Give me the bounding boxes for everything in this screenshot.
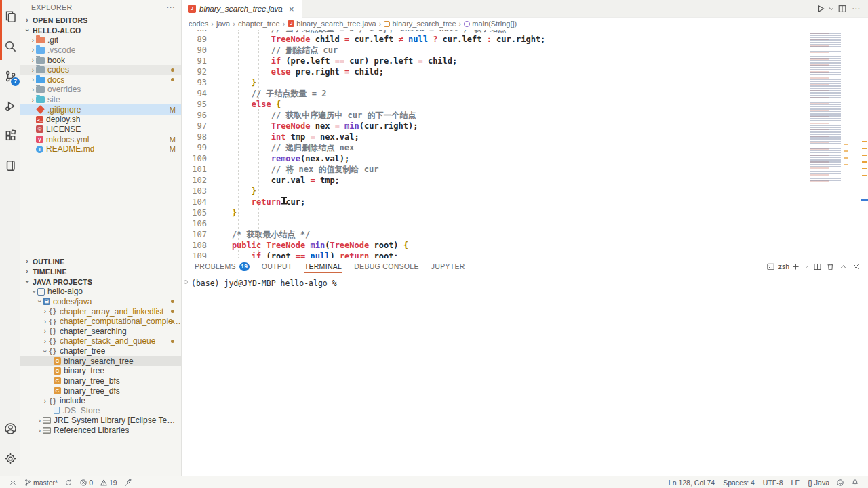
explorer-item[interactable]: ›.vscode [20,45,181,56]
section-java-projects[interactable]: › JAVA PROJECTS [20,277,181,287]
line-number[interactable]: 94 [182,88,207,99]
panel-tab-debug-console[interactable]: DEBUG CONSOLE [348,258,425,274]
shell-label[interactable]: zsh [778,262,789,270]
code-line[interactable]: 105} [182,207,868,218]
explorer-item[interactable]: >_deploy.sh [20,115,181,125]
minimap[interactable] [806,30,849,186]
java-project-item[interactable]: ›JRE System Library [Eclipse Temurin 17 … [20,415,181,426]
terminal-dropdown-chevron-icon[interactable] [802,259,811,274]
remote-indicator[interactable] [5,476,20,488]
java-project-item[interactable]: ›{}chapter_stack_and_queue [20,336,181,346]
panel-tab-problems[interactable]: PROBLEMS19 [189,258,256,274]
code-line[interactable]: 94// 子结点数量 = 2 [182,88,868,99]
line-number[interactable]: 107 [182,229,207,240]
explorer-item[interactable]: ›site [20,95,181,105]
run-debug-icon[interactable] [0,91,20,121]
source-control-icon[interactable]: 7 [0,61,20,91]
maximize-panel-chevron-icon[interactable] [837,259,850,274]
java-project-item[interactable]: ›{}chapter_computational_complexity [20,317,181,327]
cursor-position[interactable]: Ln 128, Col 74 [664,476,718,488]
split-editor-icon[interactable] [835,1,849,16]
line-number[interactable]: 101 [182,164,207,175]
new-terminal-icon[interactable] [789,259,802,274]
code-line[interactable]: 98int tmp = nex.val; [182,131,868,142]
code-line[interactable]: 90// 删除结点 cur [182,45,868,56]
section-open-editors[interactable]: › OPEN EDITORS [20,15,181,25]
line-number[interactable]: 95 [182,99,207,110]
code-line[interactable]: 108public TreeNode min(TreeNode root) { [182,240,868,251]
java-project-item[interactable]: ›⊟codes/java [20,297,181,307]
run-java-button[interactable] [814,1,827,16]
explorer-icon[interactable] [0,1,20,31]
explorer-item[interactable]: ›book [20,55,181,65]
encoding[interactable]: UTF-8 [758,476,787,488]
code-line[interactable]: 92else pre.right = child; [182,66,868,77]
breadcrumb-item[interactable]: chapter_tree [238,20,280,28]
panel-tab-output[interactable]: OUTPUT [256,258,298,274]
java-project-item[interactable]: .DS_Store [20,406,181,416]
java-project-item[interactable]: ›{}include [20,396,181,406]
settings-gear-icon[interactable] [0,443,20,473]
breadcrumb-item[interactable]: codes [189,20,208,28]
code-line[interactable]: 93} [182,77,868,88]
explorer-item[interactable]: ymkdocs.ymlM [20,134,181,144]
code-line[interactable]: 100remove(nex.val); [182,153,868,164]
code-line[interactable]: 102cur.val = tmp; [182,175,868,186]
error-count[interactable]: 0 [76,476,96,488]
code-line[interactable]: 91if (pre.left == cur) pre.left = child; [182,56,868,66]
explorer-item[interactable]: ›overrides [20,85,181,95]
section-outline[interactable]: › OUTLINE [20,256,181,266]
git-branch-status[interactable]: master* [20,476,61,488]
line-number[interactable]: 108 [182,240,207,251]
line-number[interactable]: 100 [182,153,207,164]
tab-binary-search-tree-java[interactable]: J binary_search_tree.java × [182,0,302,18]
java-project-item[interactable]: Cbinary_tree [20,366,181,376]
code-line[interactable]: 95else { [182,99,868,110]
line-number[interactable]: 91 [182,56,207,66]
java-project-item[interactable]: Cbinary_search_tree [20,356,181,366]
line-number[interactable]: 93 [182,77,207,88]
line-number[interactable]: 97 [182,121,207,131]
explorer-item[interactable]: .gitignoreM [20,104,181,115]
notebook-icon[interactable] [0,150,20,180]
explorer-item[interactable]: iREADME.mdM [20,144,181,155]
line-number[interactable]: 103 [182,186,207,197]
run-dropdown-chevron-icon[interactable] [827,1,835,16]
java-project-item[interactable]: ›{}chapter_tree [20,346,181,357]
notifications-bell-icon[interactable] [848,476,863,488]
explorer-item[interactable]: ©LICENSE [20,125,181,135]
code-line[interactable]: 97TreeNode nex = min(cur.right); [182,121,868,131]
code-line[interactable]: 109if (root == null) return root; [182,251,868,258]
language-mode[interactable]: {} Java [803,476,833,488]
extensions-icon[interactable] [0,121,20,150]
line-number[interactable]: 105 [182,207,207,218]
feedback-icon[interactable] [833,476,848,488]
code-line[interactable]: 89TreeNode child = cur.left ≠ null ? cur… [182,34,868,45]
search-icon[interactable] [0,31,20,61]
line-number[interactable]: 98 [182,131,207,142]
java-project-item[interactable]: ›hello-algo [20,287,181,297]
breadcrumb-item[interactable]: main(String[]) [464,20,517,28]
code-line[interactable]: 96// 获取中序遍历中 cur 的下一个结点 [182,110,868,121]
close-icon[interactable]: × [287,4,296,14]
code-line[interactable]: 101// 将 nex 的值复制给 cur [182,164,868,175]
line-number[interactable]: 109 [182,251,207,258]
breadcrumb-item[interactable]: Jbinary_search_tree.java [288,20,376,28]
breadcrumb-item[interactable]: binary_search_tree [384,20,456,28]
java-project-item[interactable]: ›{}chapter_searching [20,327,181,337]
sync-icon[interactable] [61,476,76,488]
code-editor[interactable]: 88// 当子结点数量 = 0 / 1 时， child = null / 该子… [182,30,868,258]
close-panel-icon[interactable] [850,259,863,274]
panel-tab-jupyter[interactable]: JUPYTER [425,258,471,274]
account-icon[interactable] [0,413,20,443]
kill-terminal-trash-icon[interactable] [824,259,837,274]
code-line[interactable]: 106 [182,218,868,229]
line-number[interactable]: 104 [182,197,207,207]
code-line[interactable]: 103} [182,186,868,197]
line-number[interactable]: 106 [182,218,207,229]
line-number[interactable]: 99 [182,142,207,153]
line-number[interactable]: 102 [182,175,207,186]
code-line[interactable]: 99// 递归删除结点 nex [182,142,868,153]
eol[interactable]: LF [787,476,803,488]
java-project-item[interactable]: ›Referenced Libraries [20,426,181,436]
